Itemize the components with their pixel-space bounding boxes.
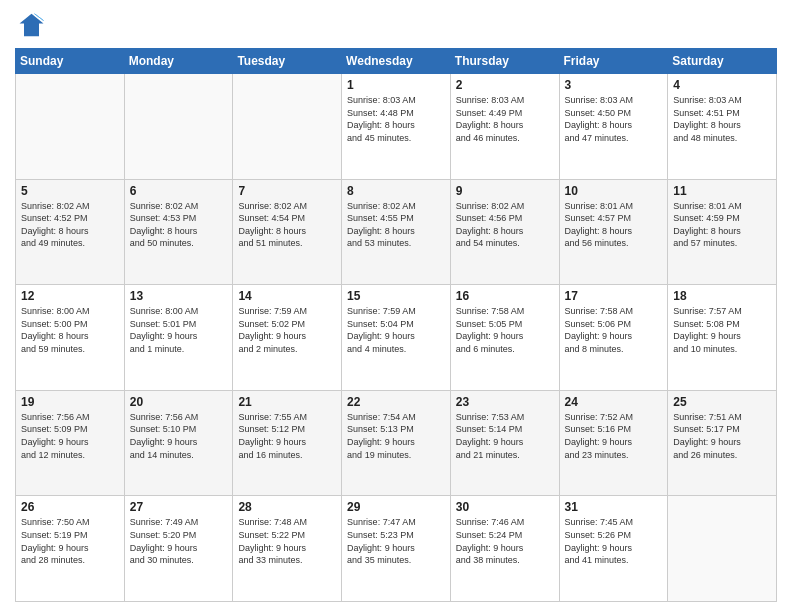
- weekday-header-wednesday: Wednesday: [342, 49, 451, 74]
- day-info: Sunrise: 7:50 AM Sunset: 5:19 PM Dayligh…: [21, 516, 119, 566]
- day-number: 11: [673, 184, 771, 198]
- day-cell: 8Sunrise: 8:02 AM Sunset: 4:55 PM Daylig…: [342, 179, 451, 285]
- day-cell: [124, 74, 233, 180]
- day-info: Sunrise: 8:03 AM Sunset: 4:49 PM Dayligh…: [456, 94, 554, 144]
- day-cell: 1Sunrise: 8:03 AM Sunset: 4:48 PM Daylig…: [342, 74, 451, 180]
- day-cell: 2Sunrise: 8:03 AM Sunset: 4:49 PM Daylig…: [450, 74, 559, 180]
- day-info: Sunrise: 8:03 AM Sunset: 4:50 PM Dayligh…: [565, 94, 663, 144]
- day-number: 10: [565, 184, 663, 198]
- day-cell: [16, 74, 125, 180]
- day-number: 9: [456, 184, 554, 198]
- day-number: 12: [21, 289, 119, 303]
- day-cell: 9Sunrise: 8:02 AM Sunset: 4:56 PM Daylig…: [450, 179, 559, 285]
- day-info: Sunrise: 7:47 AM Sunset: 5:23 PM Dayligh…: [347, 516, 445, 566]
- day-info: Sunrise: 7:49 AM Sunset: 5:20 PM Dayligh…: [130, 516, 228, 566]
- day-number: 19: [21, 395, 119, 409]
- day-number: 28: [238, 500, 336, 514]
- day-cell: 23Sunrise: 7:53 AM Sunset: 5:14 PM Dayli…: [450, 390, 559, 496]
- day-number: 29: [347, 500, 445, 514]
- day-cell: 18Sunrise: 7:57 AM Sunset: 5:08 PM Dayli…: [668, 285, 777, 391]
- day-cell: 20Sunrise: 7:56 AM Sunset: 5:10 PM Dayli…: [124, 390, 233, 496]
- day-cell: 13Sunrise: 8:00 AM Sunset: 5:01 PM Dayli…: [124, 285, 233, 391]
- header: [15, 10, 777, 40]
- day-cell: 30Sunrise: 7:46 AM Sunset: 5:24 PM Dayli…: [450, 496, 559, 602]
- day-number: 1: [347, 78, 445, 92]
- day-number: 6: [130, 184, 228, 198]
- day-number: 26: [21, 500, 119, 514]
- day-number: 14: [238, 289, 336, 303]
- day-info: Sunrise: 7:55 AM Sunset: 5:12 PM Dayligh…: [238, 411, 336, 461]
- day-info: Sunrise: 8:02 AM Sunset: 4:56 PM Dayligh…: [456, 200, 554, 250]
- day-cell: 10Sunrise: 8:01 AM Sunset: 4:57 PM Dayli…: [559, 179, 668, 285]
- svg-marker-0: [20, 14, 44, 37]
- day-number: 8: [347, 184, 445, 198]
- day-cell: 22Sunrise: 7:54 AM Sunset: 5:13 PM Dayli…: [342, 390, 451, 496]
- day-info: Sunrise: 8:02 AM Sunset: 4:52 PM Dayligh…: [21, 200, 119, 250]
- day-cell: 17Sunrise: 7:58 AM Sunset: 5:06 PM Dayli…: [559, 285, 668, 391]
- day-info: Sunrise: 8:02 AM Sunset: 4:54 PM Dayligh…: [238, 200, 336, 250]
- page: SundayMondayTuesdayWednesdayThursdayFrid…: [0, 0, 792, 612]
- calendar-table: SundayMondayTuesdayWednesdayThursdayFrid…: [15, 48, 777, 602]
- day-number: 23: [456, 395, 554, 409]
- logo-icon: [15, 10, 45, 40]
- weekday-header-row: SundayMondayTuesdayWednesdayThursdayFrid…: [16, 49, 777, 74]
- day-number: 22: [347, 395, 445, 409]
- day-info: Sunrise: 8:01 AM Sunset: 4:59 PM Dayligh…: [673, 200, 771, 250]
- day-number: 13: [130, 289, 228, 303]
- day-number: 20: [130, 395, 228, 409]
- week-row-5: 26Sunrise: 7:50 AM Sunset: 5:19 PM Dayli…: [16, 496, 777, 602]
- day-number: 27: [130, 500, 228, 514]
- day-info: Sunrise: 8:03 AM Sunset: 4:48 PM Dayligh…: [347, 94, 445, 144]
- week-row-4: 19Sunrise: 7:56 AM Sunset: 5:09 PM Dayli…: [16, 390, 777, 496]
- day-number: 2: [456, 78, 554, 92]
- day-cell: 15Sunrise: 7:59 AM Sunset: 5:04 PM Dayli…: [342, 285, 451, 391]
- day-cell: 29Sunrise: 7:47 AM Sunset: 5:23 PM Dayli…: [342, 496, 451, 602]
- week-row-1: 1Sunrise: 8:03 AM Sunset: 4:48 PM Daylig…: [16, 74, 777, 180]
- weekday-header-thursday: Thursday: [450, 49, 559, 74]
- day-info: Sunrise: 7:56 AM Sunset: 5:09 PM Dayligh…: [21, 411, 119, 461]
- day-number: 17: [565, 289, 663, 303]
- day-cell: 6Sunrise: 8:02 AM Sunset: 4:53 PM Daylig…: [124, 179, 233, 285]
- day-cell: 19Sunrise: 7:56 AM Sunset: 5:09 PM Dayli…: [16, 390, 125, 496]
- day-info: Sunrise: 7:48 AM Sunset: 5:22 PM Dayligh…: [238, 516, 336, 566]
- weekday-header-saturday: Saturday: [668, 49, 777, 74]
- day-info: Sunrise: 7:57 AM Sunset: 5:08 PM Dayligh…: [673, 305, 771, 355]
- day-cell: 11Sunrise: 8:01 AM Sunset: 4:59 PM Dayli…: [668, 179, 777, 285]
- day-cell: 24Sunrise: 7:52 AM Sunset: 5:16 PM Dayli…: [559, 390, 668, 496]
- day-info: Sunrise: 7:53 AM Sunset: 5:14 PM Dayligh…: [456, 411, 554, 461]
- day-number: 31: [565, 500, 663, 514]
- day-number: 4: [673, 78, 771, 92]
- day-info: Sunrise: 7:56 AM Sunset: 5:10 PM Dayligh…: [130, 411, 228, 461]
- day-cell: 7Sunrise: 8:02 AM Sunset: 4:54 PM Daylig…: [233, 179, 342, 285]
- day-info: Sunrise: 7:59 AM Sunset: 5:04 PM Dayligh…: [347, 305, 445, 355]
- day-number: 15: [347, 289, 445, 303]
- day-cell: 16Sunrise: 7:58 AM Sunset: 5:05 PM Dayli…: [450, 285, 559, 391]
- day-info: Sunrise: 8:02 AM Sunset: 4:55 PM Dayligh…: [347, 200, 445, 250]
- weekday-header-friday: Friday: [559, 49, 668, 74]
- day-number: 30: [456, 500, 554, 514]
- day-info: Sunrise: 8:01 AM Sunset: 4:57 PM Dayligh…: [565, 200, 663, 250]
- day-cell: 21Sunrise: 7:55 AM Sunset: 5:12 PM Dayli…: [233, 390, 342, 496]
- day-cell: [233, 74, 342, 180]
- day-info: Sunrise: 7:58 AM Sunset: 5:05 PM Dayligh…: [456, 305, 554, 355]
- day-cell: 26Sunrise: 7:50 AM Sunset: 5:19 PM Dayli…: [16, 496, 125, 602]
- day-cell: 28Sunrise: 7:48 AM Sunset: 5:22 PM Dayli…: [233, 496, 342, 602]
- day-info: Sunrise: 7:45 AM Sunset: 5:26 PM Dayligh…: [565, 516, 663, 566]
- day-number: 7: [238, 184, 336, 198]
- day-cell: 14Sunrise: 7:59 AM Sunset: 5:02 PM Dayli…: [233, 285, 342, 391]
- day-number: 18: [673, 289, 771, 303]
- day-cell: [668, 496, 777, 602]
- day-info: Sunrise: 8:00 AM Sunset: 5:00 PM Dayligh…: [21, 305, 119, 355]
- day-number: 3: [565, 78, 663, 92]
- day-info: Sunrise: 8:03 AM Sunset: 4:51 PM Dayligh…: [673, 94, 771, 144]
- weekday-header-tuesday: Tuesday: [233, 49, 342, 74]
- day-info: Sunrise: 7:59 AM Sunset: 5:02 PM Dayligh…: [238, 305, 336, 355]
- day-info: Sunrise: 7:46 AM Sunset: 5:24 PM Dayligh…: [456, 516, 554, 566]
- day-cell: 27Sunrise: 7:49 AM Sunset: 5:20 PM Dayli…: [124, 496, 233, 602]
- day-info: Sunrise: 8:00 AM Sunset: 5:01 PM Dayligh…: [130, 305, 228, 355]
- day-info: Sunrise: 8:02 AM Sunset: 4:53 PM Dayligh…: [130, 200, 228, 250]
- weekday-header-sunday: Sunday: [16, 49, 125, 74]
- day-info: Sunrise: 7:54 AM Sunset: 5:13 PM Dayligh…: [347, 411, 445, 461]
- week-row-3: 12Sunrise: 8:00 AM Sunset: 5:00 PM Dayli…: [16, 285, 777, 391]
- day-number: 5: [21, 184, 119, 198]
